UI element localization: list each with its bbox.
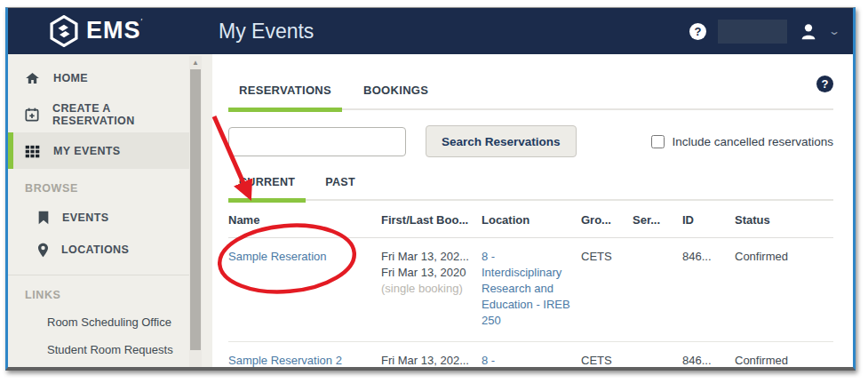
navbar-right-group: ? ⌄ [689,8,839,54]
status-cell: Confirmed [735,238,833,342]
reservations-table: Name First/Last Boo... Location Gro... S… [228,203,833,371]
tab-past[interactable]: PAST [315,176,366,199]
table-header-row: Name First/Last Boo... Location Gro... S… [228,203,833,238]
location-link[interactable]: 8 - Interdisciplinary Research and Educa… [482,250,570,327]
services-cell [633,238,682,342]
sidebar-link-student-room-requests[interactable]: Student Room Requests [8,336,190,363]
col-header-group[interactable]: Gro... [581,203,633,238]
status-cell: Confirmed [735,342,833,371]
sidebar-item-my-events[interactable]: MY EVENTS [8,132,190,169]
sidebar-item-locations[interactable]: LOCATIONS [8,234,190,266]
grid-icon [25,143,40,158]
location-pin-icon [37,243,49,258]
top-navbar: EMS ′ My Events ? ⌄ [8,8,853,54]
ems-hexagon-icon [49,15,79,47]
home-icon [25,71,40,85]
include-cancelled-label: Include cancelled reservations [672,135,833,148]
col-header-name[interactable]: Name [228,203,381,238]
brand-text: EMS [86,15,141,45]
sidebar: HOME CREATE A RESERVATION [8,54,212,371]
current-past-tabs: CURRENT PAST [228,176,833,201]
calendar-plus-icon [25,108,39,122]
chevron-down-icon[interactable]: ⌄ [828,25,840,37]
booking-note: (single booking) [381,281,476,297]
col-header-first-last-booking[interactable]: First/Last Boo... [381,203,482,238]
col-header-location[interactable]: Location [482,203,581,238]
table-row: Sample Reseration Fri Mar 13, 202... Fri… [228,238,833,342]
col-header-id[interactable]: ID [682,203,735,238]
group-cell: CETS [581,238,633,342]
reservations-bookings-tabs: RESERVATIONS BOOKINGS [228,84,833,110]
app-window: EMS ′ My Events ? ⌄ HOME [5,7,856,371]
id-cell: 846... [682,238,735,342]
sidebar-section-links: LINKS [8,275,212,308]
services-cell [633,342,682,371]
booking-dates-cell: Fri Mar 13, 202... Fri Mar 13, 2020 (sin… [381,238,482,342]
include-cancelled-group: Include cancelled reservations [651,135,833,148]
group-cell: CETS [581,342,633,371]
search-input[interactable] [228,127,406,156]
search-reservations-button[interactable]: Search Reservations [426,125,577,157]
scrollbar-thumb[interactable] [190,69,201,350]
reservation-name-link[interactable]: Sample Reseration [228,250,327,263]
sidebar-link-room-scheduling-office[interactable]: Room Scheduling Office [8,308,190,336]
tab-reservations[interactable]: RESERVATIONS [228,84,342,108]
sidebar-item-label: CREATE A RESERVATION [52,102,190,127]
help-icon[interactable]: ? [689,23,706,40]
page-title: My Events [219,20,314,44]
col-header-services[interactable]: Ser... [633,203,682,238]
location-link[interactable]: 8 - Interdisciplinary Research and Educa… [482,354,570,371]
sidebar-item-label: HOME [53,72,88,84]
sidebar-scrollbar[interactable]: ▲ [189,56,202,371]
username-redacted [718,20,787,44]
booking-dates-cell: Fri Mar 13, 202... Fri Mar 13, 2020 (sin… [381,342,482,371]
bookmark-icon [37,211,50,225]
ems-logo[interactable]: EMS ′ [49,15,142,47]
scrollbar-up-arrow-icon[interactable]: ▲ [189,56,202,68]
search-row: Search Reservations Include cancelled re… [228,125,833,157]
brand-trademark: ′ [141,17,143,26]
reservation-name-link[interactable]: Sample Reservation 2 [228,354,342,367]
id-cell: 846... [682,342,735,371]
col-header-status[interactable]: Status [735,203,833,238]
help-icon-content[interactable]: ? [816,76,833,92]
sidebar-item-label: MY EVENTS [53,145,121,157]
sidebar-item-create-reservation[interactable]: CREATE A RESERVATION [8,96,190,132]
user-icon[interactable] [799,21,818,41]
include-cancelled-checkbox[interactable] [651,135,665,148]
main-content: ? RESERVATIONS BOOKINGS Search Reservati… [212,54,853,371]
sidebar-item-label: LOCATIONS [61,243,129,256]
tab-current[interactable]: CURRENT [228,176,306,199]
sidebar-link-guidelines-and-forms[interactable]: Guidelines and Forms [8,363,190,371]
sidebar-item-home[interactable]: HOME [8,60,190,96]
sidebar-section-browse: BROWSE [8,169,212,202]
table-row: Sample Reservation 2 Fri Mar 13, 202... … [228,342,833,371]
tab-bookings[interactable]: BOOKINGS [353,84,439,108]
sidebar-item-label: EVENTS [62,211,108,224]
sidebar-item-events[interactable]: EVENTS [8,202,190,234]
